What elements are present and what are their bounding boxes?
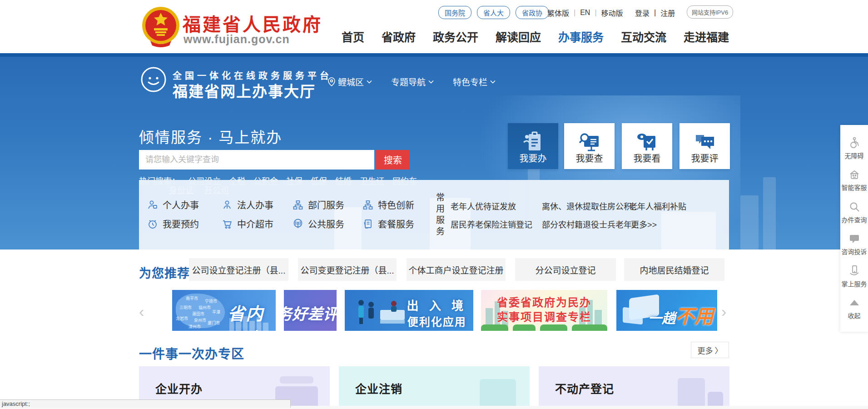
link-provincial-cppcc[interactable]: 省政协	[516, 6, 549, 19]
wheelchair-icon	[848, 137, 860, 149]
recommend-title: 为您推荐	[139, 264, 190, 281]
nav-interpretation[interactable]: 解读回应	[496, 28, 541, 45]
search-input[interactable]	[139, 150, 374, 170]
language-links: 繁体版| EN| 移动版	[547, 7, 623, 18]
action-card-review[interactable]: 我要评	[680, 123, 730, 169]
login-link[interactable]: 登录	[635, 7, 650, 18]
tool-label: 收起	[848, 311, 861, 320]
one-thing-section-title: 一件事一次办专区	[139, 344, 244, 362]
common-link[interactable]: 居民养老保险注销登记	[451, 218, 532, 230]
nav-provincial-gov[interactable]: 省政府	[382, 28, 416, 45]
common-more-link[interactable]: 更多>>	[631, 218, 657, 230]
nav-services[interactable]: 办事服务	[558, 28, 604, 45]
banner-entry-exit[interactable]: 出 入 境 便利化应用	[345, 290, 473, 331]
common-link[interactable]: 老年人福利补贴	[629, 200, 686, 212]
recommend-item[interactable]: 个体工商户设立登记注册	[407, 258, 506, 281]
building-silhouette	[740, 195, 759, 249]
skyline-bar	[236, 322, 241, 331]
tool-label: 智能客服	[842, 183, 867, 192]
nav-about-fujian[interactable]: 走进福建	[684, 28, 729, 45]
common-link[interactable]: 老年人优待证发放	[451, 200, 516, 212]
card-real-estate-registration[interactable]: 不动产登记 不动产交易、办税、登记 全过程“一窗受理 一...	[539, 366, 729, 409]
menu-agency-market[interactable]: 中介超市	[222, 217, 273, 230]
register-link[interactable]: 注册	[660, 7, 675, 18]
main-nav: 首页 省政府 政务公开 解读回应 办事服务 互动交流 走进福建	[342, 28, 729, 45]
common-link[interactable]: 离休、退休提取住房公积...	[542, 200, 639, 212]
hot-search-item-faded: 开公司	[204, 184, 229, 195]
menu-package-services[interactable]: 套餐服务	[362, 217, 414, 230]
menu-featured-innovation[interactable]: 特色创新	[362, 198, 414, 211]
tool-smart-service[interactable]: 智能客服	[842, 169, 867, 192]
link-traditional[interactable]: 繁体版	[547, 7, 569, 18]
link-provincial-congress[interactable]: 省人大	[477, 6, 510, 19]
tool-mobile-service[interactable]: 掌上服务	[842, 265, 867, 288]
recommend-item[interactable]: 分公司设立登记	[515, 258, 616, 281]
nav-interaction[interactable]: 互动交流	[621, 28, 666, 45]
featured-column-menu[interactable]: 特色专栏	[453, 75, 496, 88]
city-label: 平潭	[212, 309, 220, 315]
carousel-next-arrow-icon[interactable]: ›	[721, 304, 726, 319]
clock-icon	[147, 219, 158, 229]
menu-public-services[interactable]: 公共服务	[293, 217, 344, 230]
divider: |	[574, 9, 575, 17]
menu-appointment[interactable]: 我要预约	[147, 217, 199, 230]
card-illustration	[280, 376, 313, 384]
menu-personal-services[interactable]: 个人办事	[147, 198, 199, 211]
clipped-char: 务	[284, 305, 292, 323]
banner-livelihood-survey[interactable]: 省委省政府为民办 实事项目调查专栏	[481, 290, 607, 331]
mobile-hand-icon	[848, 265, 860, 277]
tool-label: 无障碍	[845, 151, 864, 160]
banner-title: 务好差评	[284, 302, 337, 324]
link-english[interactable]: EN	[580, 9, 590, 17]
banner-line1: 出 入 境	[407, 296, 467, 313]
banner-line1: 省委省政府为民办	[481, 295, 607, 310]
auth-links: 登录| 注册	[635, 7, 675, 18]
banner-part2: 不用	[675, 306, 714, 327]
chat-icon	[848, 233, 860, 244]
city-label: 泉州市	[194, 317, 206, 323]
bush-graphic	[540, 324, 567, 331]
tool-consult-complaint[interactable]: 咨询投诉	[842, 233, 867, 256]
banner-province-wide-service[interactable]: 南平市 宁德市 三明市 福州市 莆田市 平潭 龙岩市 泉州市 厦门市 漳州市 省…	[172, 290, 276, 331]
card-business-cancellation[interactable]: 企业注销 企业注销一窗通办，减少企业跑动次数	[339, 366, 530, 409]
menu-department-services[interactable]: 部门服务	[293, 198, 344, 211]
banner-service-rating[interactable]: 务好差评	[284, 290, 337, 331]
card-illustration	[678, 378, 705, 409]
recommend-item[interactable]: 公司设立登记注册（县...	[189, 258, 288, 281]
menu-legal-services[interactable]: 法人办事	[222, 198, 273, 211]
search-button[interactable]: 搜索	[376, 150, 410, 170]
city-label: 厦门市	[208, 320, 220, 326]
city-label: 龙岩市	[176, 315, 188, 321]
location-selector[interactable]: 鲤城区	[328, 75, 372, 88]
broadcast-icon	[293, 219, 303, 229]
recommend-item[interactable]: 公司变更登记注册（县...	[298, 258, 397, 281]
nav-gov-affairs[interactable]: 政务公开	[433, 28, 478, 45]
link-state-council[interactable]: 国务院	[438, 6, 471, 19]
menu-label: 法人办事	[237, 198, 273, 211]
header-divider	[0, 53, 868, 57]
link-mobile[interactable]: 移动版	[601, 7, 623, 18]
skyline-bar	[257, 317, 261, 331]
action-card-apply[interactable]: 我要办	[508, 123, 558, 169]
common-link[interactable]: 部分农村籍退役士兵老年...	[542, 218, 639, 230]
carousel-prev-arrow-icon[interactable]: ‹	[139, 304, 144, 319]
topic-nav-menu[interactable]: 专题导航	[391, 75, 434, 88]
eye-check-icon	[635, 130, 659, 154]
tool-accessibility[interactable]: 无障碍	[845, 137, 864, 160]
recommend-item[interactable]: 内地居民结婚登记	[624, 258, 724, 281]
action-card-view[interactable]: 我要看	[622, 123, 672, 169]
document-icon	[362, 219, 373, 229]
banner-one-trip[interactable]: 一趟不用	[616, 290, 717, 331]
national-emblem-icon	[141, 5, 180, 47]
tool-label: 咨询投诉	[842, 247, 867, 256]
sitemap-icon	[362, 200, 373, 210]
chevron-down-icon	[490, 80, 496, 84]
city-label: 莆田市	[192, 311, 204, 317]
cart-icon	[222, 219, 233, 229]
nav-home[interactable]: 首页	[342, 28, 364, 45]
tool-case-query[interactable]: 办件查询	[842, 201, 867, 224]
tool-collapse[interactable]: 收起	[848, 297, 861, 320]
more-button[interactable]: 更多 〉	[691, 342, 729, 358]
city-label: 漳州市	[188, 324, 201, 329]
action-card-query[interactable]: 我要查	[564, 123, 615, 169]
